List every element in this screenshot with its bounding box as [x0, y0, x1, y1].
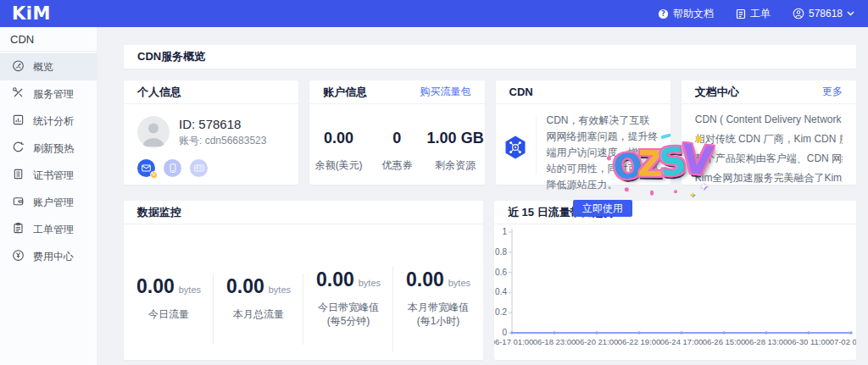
account-card: 账户信息 购买流量包 0.00 余额(美元) 0 优惠券 1.00 GB 剩余资…	[309, 80, 484, 185]
svg-text:07-02 09:00: 07-02 09:00	[830, 337, 856, 346]
svg-text:0.8: 0.8	[495, 247, 507, 257]
balance-value: 0.00	[309, 130, 368, 147]
sidebar-item-label: 概览	[33, 60, 53, 75]
sidebar-item-overview[interactable]: 概览	[0, 53, 97, 80]
docs-more-link[interactable]: 更多	[822, 85, 843, 99]
account-card-title: 账户信息	[323, 85, 367, 100]
cdn-card-title: CDN	[509, 86, 533, 98]
metric-unit: bytes	[269, 285, 291, 295]
svg-text:06-28 13:00: 06-28 13:00	[745, 337, 788, 346]
svg-text:06-18 23:00: 06-18 23:00	[533, 337, 576, 346]
sidebar-item-service-mgmt[interactable]: 服务管理	[0, 80, 97, 108]
metric-unit: bytes	[359, 278, 381, 288]
sidebar-item-label: 统计分析	[33, 114, 74, 129]
main-area: CDN服务概览 个人信息 ID: 578618 账号: cdn56683523	[97, 27, 868, 365]
coupon-metric: 0 优惠券	[368, 130, 426, 185]
sidebar-item-billing[interactable]: 费用中心	[0, 243, 97, 270]
user-menu[interactable]: 578618	[793, 8, 854, 19]
logo: KiM	[12, 3, 51, 24]
help-icon: ?	[658, 8, 669, 19]
coin-yuan-icon	[12, 249, 25, 264]
resource-label: 剩余资源	[426, 158, 485, 173]
doc-link-item[interactable]: 相对传统 CDN 厂商，Kim CDN 服务完全实现全自...	[695, 130, 843, 149]
svg-text:1: 1	[502, 227, 507, 236]
use-now-button[interactable]: 立即使用	[573, 200, 632, 217]
sidebar-item-stats[interactable]: 统计分析	[0, 108, 97, 135]
page-title-bar: CDN服务概览	[124, 45, 856, 69]
sidebar-item-refresh[interactable]: 刷新预热	[0, 135, 97, 162]
today-traffic-metric: 0.00bytes 今日流量	[124, 263, 214, 321]
metric-value: 0.00	[316, 268, 354, 290]
doc-link-item[interactable]: CDN ( Content Delivery Network )，也即内容分发.…	[695, 110, 843, 130]
metric-unit: bytes	[179, 285, 201, 295]
sidebar-item-label: 费用中心	[33, 250, 74, 264]
resource-metric: 1.00 GB 剩余资源	[426, 130, 485, 185]
refresh-icon	[12, 141, 25, 156]
data-monitor-card: 数据监控 0.00bytes 今日流量 0.00bytes 本月总流量 0.00…	[124, 201, 483, 360]
month-traffic-metric: 0.00bytes 本月总流量	[214, 263, 303, 321]
svg-text:06-17 01:00: 06-17 01:00	[494, 337, 533, 346]
wallet-icon	[12, 195, 25, 210]
user-icon	[793, 8, 804, 19]
profile-card: 个人信息 ID: 578618 账号: cdn56683523	[124, 80, 298, 185]
top-header: KiM ? 帮助文档 工单 578618	[0, 0, 868, 27]
user-account-text: 账号: cdn56683523	[179, 134, 266, 148]
phone-unverified-icon[interactable]	[164, 159, 181, 177]
ticket-icon	[736, 8, 746, 19]
doc-link-item[interactable]: 整个产品架构由客户端、CDN 网络、企业源站，...	[695, 149, 843, 169]
sidebar-item-label: 证书管理	[33, 169, 74, 183]
sidebar: CDN 概览 服务管理 统计分析 刷新预热 证书管理 账户管理 工单管理	[0, 27, 97, 365]
sidebar-item-label: 刷新预热	[33, 141, 74, 156]
metric-label: 本月带宽峰值	[393, 301, 483, 314]
svg-text:06-22 19:00: 06-22 19:00	[618, 337, 661, 346]
resource-value: 1.00 GB	[426, 130, 485, 147]
tools-icon	[12, 86, 25, 102]
docs-card: 文档中心 更多 CDN ( Content Delivery Network )…	[682, 80, 856, 185]
metric-label: 今日带宽峰值	[303, 301, 393, 314]
coupon-value: 0	[368, 130, 426, 147]
idcard-unverified-icon[interactable]	[190, 159, 208, 177]
svg-text:0.6: 0.6	[495, 268, 507, 277]
help-docs-button[interactable]: ? 帮助文档	[658, 7, 714, 21]
profile-card-title: 个人信息	[137, 85, 181, 100]
buy-traffic-pack-link[interactable]: 购买流量包	[420, 85, 471, 99]
cdn-description: CDN，有效解决了互联网网络拥塞问题，提升终端用户访问速度，增强网站的可用性，同…	[547, 113, 659, 193]
bar-chart-icon	[12, 113, 25, 129]
sidebar-item-label: 服务管理	[33, 87, 74, 102]
sidebar-item-workorder[interactable]: 工单管理	[0, 216, 97, 243]
svg-text:06-20 21:00: 06-20 21:00	[576, 337, 619, 346]
sidebar-item-certs[interactable]: 证书管理	[0, 162, 97, 189]
metric-label: 今日流量	[124, 307, 214, 321]
bandwidth-trend-chart: 00.20.40.60.8106-17 01:0006-18 23:0006-2…	[494, 224, 856, 360]
balance-label: 余额(美元)	[309, 158, 368, 173]
cdn-hexagon-icon	[503, 135, 528, 163]
monitor-card-title: 数据监控	[137, 205, 181, 220]
svg-text:0.4: 0.4	[495, 287, 507, 296]
coupon-label: 优惠券	[368, 158, 426, 173]
balance-metric: 0.00 余额(美元)	[309, 130, 368, 185]
sidebar-section-title: CDN	[0, 27, 97, 52]
help-docs-label: 帮助文档	[673, 7, 714, 21]
gauge-icon	[12, 59, 25, 75]
svg-text:0.2: 0.2	[495, 307, 507, 317]
svg-text:06-26 15:00: 06-26 15:00	[703, 337, 746, 346]
ticket-button[interactable]: 工单	[736, 7, 771, 21]
docs-card-title: 文档中心	[695, 85, 739, 100]
ticket-label: 工单	[750, 7, 771, 21]
sidebar-item-label: 账户管理	[33, 196, 74, 210]
sidebar-item-label: 工单管理	[33, 223, 74, 237]
metric-sublabel: (每1小时)	[393, 314, 483, 328]
doc-link-item[interactable]: Kim全网加速服务完美融合了Kim对象存储和 CDN ...	[695, 169, 843, 188]
today-bandwidth-peak-metric: 0.00bytes 今日带宽峰值(每5分钟)	[303, 257, 393, 328]
cdn-promo-card: CDN CDN，有效解决了互联网网络拥塞问题，提升终端用户访问速度，增强网站的可…	[496, 80, 670, 185]
page-title: CDN服务概览	[137, 49, 205, 64]
metric-value: 0.00	[406, 268, 444, 290]
chevron-down-icon	[847, 11, 854, 16]
sidebar-item-account[interactable]: 账户管理	[0, 189, 97, 216]
clipboard-icon	[12, 222, 25, 237]
metric-label: 本月总流量	[214, 307, 303, 321]
metric-sublabel: (每5分钟)	[303, 314, 393, 328]
email-verified-icon[interactable]: V	[137, 159, 155, 177]
user-id: 578618	[809, 8, 843, 19]
metric-value: 0.00	[136, 275, 175, 297]
